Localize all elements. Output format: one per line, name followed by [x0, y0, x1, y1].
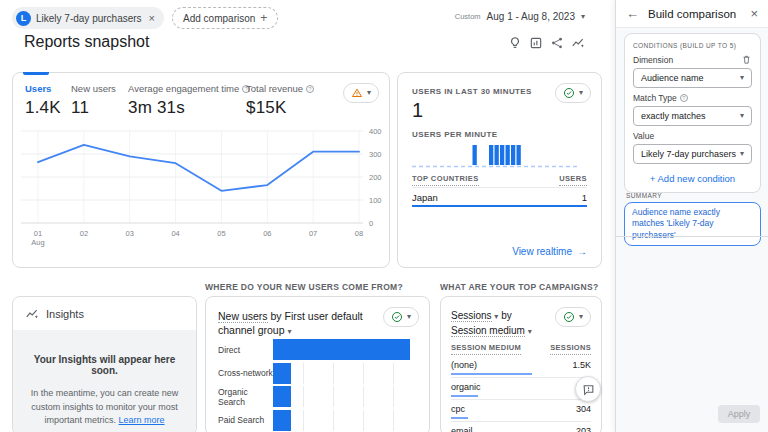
channel-chart-dimension-picker[interactable]: New users by First user default channel …: [218, 310, 368, 337]
svg-text:05: 05: [217, 229, 225, 238]
panel-title: Build comparison: [648, 8, 741, 20]
chevron-down-icon: ▾: [579, 313, 583, 321]
channel-label: Cross-network: [218, 368, 273, 378]
users-per-minute-label: USERS PER MINUTE: [412, 130, 498, 139]
svg-text:100: 100: [369, 196, 382, 205]
channel-bar-track: [273, 363, 419, 384]
top-countries-header: TOP COUNTRIES: [412, 174, 479, 186]
add-comparison-button[interactable]: Add comparison +: [172, 7, 278, 29]
customize-report-icon[interactable]: [529, 36, 543, 50]
metric-tab-total-revenue[interactable]: Total revenue ? $15K: [246, 83, 314, 118]
share-icon[interactable]: [550, 36, 564, 50]
chevron-down-icon: ▾: [740, 150, 744, 158]
feedback-button[interactable]: [575, 376, 601, 402]
campaign-row: organic 507: [451, 378, 591, 400]
dimension-select[interactable]: Audience name ▾: [633, 68, 752, 88]
summary-condition-chip: Audience name exactly matches 'Likely 7-…: [624, 202, 761, 246]
channel-bar[interactable]: [273, 363, 291, 384]
metric-label: New users: [71, 83, 116, 94]
help-icon: ?: [680, 94, 688, 102]
channel-bar-track: [273, 339, 419, 360]
match-type-value: exactly matches: [641, 111, 706, 121]
channel-bar[interactable]: [273, 339, 410, 360]
metric-tab-users[interactable]: Users 1.4K: [25, 83, 61, 118]
metric-tab-new-users[interactable]: New users 11: [71, 83, 116, 118]
close-icon[interactable]: ×: [750, 6, 758, 21]
channel-row: Cross-network: [218, 363, 419, 384]
remove-comparison-icon[interactable]: ×: [149, 12, 155, 24]
channel-row: Paid Search: [218, 410, 419, 431]
channel-label: Direct: [218, 345, 273, 355]
channel-bar[interactable]: [273, 410, 291, 431]
selected-metric-indicator: [23, 72, 49, 75]
insights-sparkle-icon[interactable]: [571, 36, 585, 50]
metric-label: Total revenue: [246, 83, 303, 94]
svg-text:02: 02: [80, 229, 88, 238]
learn-more-link[interactable]: Learn more: [119, 415, 165, 425]
new-users-section-title: WHERE DO YOUR NEW USERS COME FROM?: [205, 282, 403, 292]
match-type-label: Match Type: [633, 93, 677, 103]
delete-condition-icon[interactable]: [741, 54, 752, 65]
date-range-picker[interactable]: Custom Aug 1 - Aug 8, 2023 ▾: [455, 11, 585, 22]
chevron-down-icon: ▾: [740, 112, 744, 120]
check-circle-icon: [563, 87, 575, 99]
metric-name: New users: [218, 310, 268, 323]
country-users: 1: [582, 192, 587, 203]
svg-text:01: 01: [34, 229, 42, 238]
metric-value: $15K: [246, 98, 314, 118]
data-quality-ok-badge[interactable]: ▾: [555, 83, 591, 103]
data-quality-ok-badge[interactable]: ▾: [555, 307, 591, 327]
new-users-by-channel-card: New users by First user default channel …: [205, 296, 430, 432]
svg-text:Aug: Aug: [31, 238, 44, 247]
warning-triangle-icon: [351, 87, 363, 99]
metric-label: Average engagement time: [128, 83, 239, 94]
apply-button[interactable]: Apply: [718, 405, 760, 423]
check-circle-icon: [563, 311, 575, 323]
country-row: Japan 1: [412, 187, 587, 207]
insights-header: Insights: [13, 297, 196, 330]
comparison-chip-label: Likely 7-day purchasers: [36, 13, 142, 24]
sessions-bar: [451, 417, 468, 419]
feedback-icon: [582, 383, 595, 396]
campaigns-table-header: SESSION MEDIUM SESSIONS: [451, 343, 591, 355]
session-medium-value: organic: [451, 382, 481, 392]
conditions-label: CONDITIONS (BUILD UP TO 5): [633, 42, 752, 49]
check-circle-icon: [391, 311, 403, 323]
session-medium-header: SESSION MEDIUM: [451, 343, 521, 355]
info-icon: ?: [306, 85, 314, 93]
back-arrow-icon[interactable]: ←: [626, 6, 639, 21]
users-last-30-min-value: 1: [412, 99, 423, 122]
summary-label: SUMMARY: [626, 192, 662, 199]
realtime-card: USERS IN LAST 30 MINUTES ▾ 1 USERS PER M…: [397, 72, 602, 268]
chevron-down-icon: ▾: [407, 313, 411, 321]
data-quality-warning-badge[interactable]: ▾: [343, 83, 379, 103]
insights-lightbulb-icon[interactable]: [508, 36, 522, 50]
channel-bar-track: [273, 410, 419, 431]
dimension-value: Audience name: [641, 73, 704, 83]
data-quality-ok-badge[interactable]: ▾: [383, 307, 419, 327]
metric-value: 11: [71, 98, 116, 118]
sessions-value: 1.5K: [572, 360, 591, 370]
insights-body: Your Insights will appear here soon. In …: [13, 330, 196, 432]
add-new-condition-button[interactable]: + Add new condition: [633, 173, 752, 184]
session-medium-value: cpc: [451, 404, 465, 414]
channel-bar[interactable]: [273, 386, 291, 407]
metric-tab-avg-engagement-time[interactable]: Average engagement time ? 3m 31s: [128, 83, 250, 118]
comparison-chip[interactable]: L Likely 7-day purchasers ×: [12, 7, 164, 29]
build-comparison-panel: ← Build comparison × CONDITIONS (BUILD U…: [615, 0, 768, 432]
users-per-minute-chart: [412, 142, 577, 170]
chevron-down-icon: ▾: [367, 89, 371, 97]
value-select[interactable]: Likely 7-day purchasers ▾: [633, 144, 752, 164]
realtime-title: USERS IN LAST 30 MINUTES: [412, 87, 532, 96]
country-name: Japan: [412, 192, 438, 203]
match-type-select[interactable]: exactly matches ▾: [633, 106, 752, 126]
campaigns-metric-dimension-picker[interactable]: Sessions ▾ by Session medium ▾: [451, 308, 532, 338]
channel-bar-track: [273, 386, 419, 407]
session-medium-value: (none): [451, 360, 477, 370]
channel-row: Organic Search: [218, 386, 419, 407]
panel-divider: [616, 236, 768, 237]
date-range-value: Aug 1 - Aug 8, 2023: [487, 11, 575, 22]
channel-label: Paid Search: [218, 415, 273, 425]
view-realtime-link[interactable]: View realtime →: [512, 246, 587, 257]
by-label: by: [501, 310, 512, 321]
